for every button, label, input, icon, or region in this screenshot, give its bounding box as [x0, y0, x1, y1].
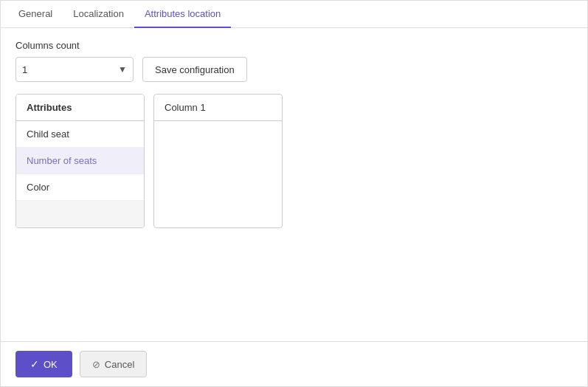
table-row[interactable]: Color: [16, 174, 144, 201]
attributes-table-header: Attributes: [16, 95, 144, 121]
cancel-icon: ⊘: [92, 359, 100, 370]
ok-button[interactable]: ✓ OK: [15, 351, 72, 377]
footer: ✓ OK ⊘ Cancel: [1, 341, 587, 386]
tabs: General Localization Attributes location: [1, 1, 587, 28]
cancel-button[interactable]: ⊘ Cancel: [80, 351, 147, 377]
attributes-table: Attributes Child seat Number of seats Co…: [15, 94, 145, 228]
check-icon: ✓: [30, 358, 39, 370]
table-row[interactable]: Number of seats: [16, 148, 144, 174]
ok-label: OK: [44, 359, 58, 370]
main-content: Columns count 1 ▼ Save configuration Att…: [1, 28, 587, 341]
column-table-header: Column 1: [154, 95, 282, 121]
tab-general[interactable]: General: [8, 1, 63, 28]
table-row-empty: [16, 201, 144, 227]
columns-count-value: 1: [22, 64, 27, 75]
tables-area: Attributes Child seat Number of seats Co…: [15, 94, 573, 228]
save-configuration-button[interactable]: Save configuration: [142, 57, 247, 82]
dialog-container: General Localization Attributes location…: [0, 0, 588, 387]
table-row[interactable]: Child seat: [16, 121, 144, 148]
cancel-label: Cancel: [105, 359, 134, 370]
column-table: Column 1: [153, 94, 283, 228]
columns-count-select[interactable]: 1 ▼: [15, 57, 134, 82]
top-controls: 1 ▼ Save configuration: [15, 57, 573, 82]
tab-attributes-location[interactable]: Attributes location: [134, 1, 231, 28]
tab-localization[interactable]: Localization: [63, 1, 134, 28]
columns-count-label: Columns count: [15, 40, 573, 51]
chevron-down-icon: ▼: [118, 64, 127, 75]
